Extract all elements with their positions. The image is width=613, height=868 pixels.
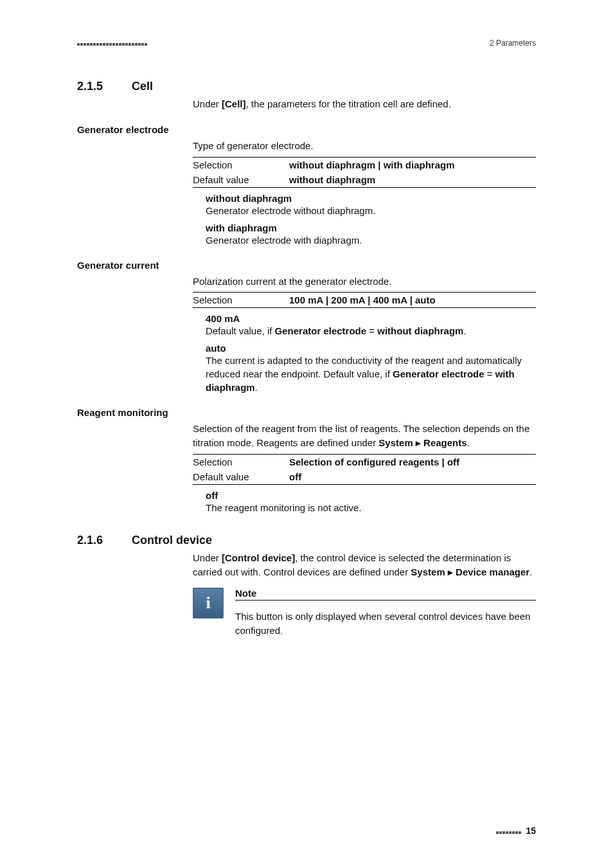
param-lead: Type of generator electrode. [193,139,536,153]
section-intro: Under [Cell], the parameters for the tit… [193,97,536,111]
def-term: 400 mA [206,313,536,324]
row-label: Selection [193,157,289,172]
def-desc: Generator electrode without diaphragm. [206,204,536,217]
def-desc: The current is adapted to the conductivi… [206,354,536,394]
param-heading-generator-current: Generator current [77,260,536,271]
header-dashes [77,39,148,48]
def-term: without diaphragm [206,193,536,204]
table-row: Default value off [193,469,536,485]
param-lead: Selection of the reagent from the list o… [193,422,536,450]
page-footer: 15 [496,826,536,836]
row-value: 100 mA | 200 mA | 400 mA | auto [289,294,436,305]
definition: without diaphragm Generator electrode wi… [206,193,536,217]
def-term: with diaphragm [206,222,536,233]
def-desc: Default value, if Generator electrode = … [206,324,536,338]
section-heading: 2.1.5 Cell [77,80,536,93]
row-label: Default value [193,469,289,485]
row-value: off [289,471,301,482]
def-desc: The reagent monitoring is not active. [206,501,536,514]
param-table: Selection without diaphragm | with diaph… [193,157,536,188]
row-label: Selection [193,454,289,469]
table-row: Selection 100 mA | 200 mA | 400 mA | aut… [193,293,536,308]
note-title: Note [235,588,536,601]
table-row: Selection without diaphragm | with diaph… [193,157,536,172]
definition: auto The current is adapted to the condu… [206,343,536,394]
param-table: Selection 100 mA | 200 mA | 400 mA | aut… [193,292,536,308]
table-row: Default value without diaphragm [193,172,536,188]
row-value: Selection of configured reagents | off [289,457,459,467]
page-number: 15 [526,826,536,836]
def-desc: Generator electrode with diaphragm. [206,233,536,247]
note-block: i Note This button is only displayed whe… [193,588,536,642]
section-number: 2.1.6 [77,534,132,547]
def-term: off [206,490,536,501]
info-icon: i [193,588,224,619]
param-table: Selection Selection of configured reagen… [193,454,536,485]
page-header: 2 Parameters [77,39,536,48]
param-lead: Polarization current at the generator el… [193,275,536,289]
info-glyph: i [206,593,210,613]
note-body: This button is only displayed when sever… [235,610,536,638]
section-title: Control device [132,534,212,547]
row-label: Default value [193,172,289,188]
param-heading-reagent-monitoring: Reagent monitoring [77,407,536,418]
def-term: auto [206,343,536,354]
definition: 400 mA Default value, if Generator elect… [206,313,536,338]
row-label: Selection [193,293,289,308]
header-section-label: 2 Parameters [490,39,536,48]
section-heading: 2.1.6 Control device [77,534,536,547]
section-intro: Under [Control device], the control devi… [193,551,536,579]
section-number: 2.1.5 [77,80,132,93]
intro-bold: [Cell] [222,98,246,109]
definition: with diaphragm Generator electrode with … [206,222,536,247]
table-row: Selection Selection of configured reagen… [193,454,536,469]
definition: off The reagent monitoring is not active… [206,490,536,514]
param-heading-generator-electrode: Generator electrode [77,124,536,135]
row-value: without diaphragm | with diaphragm [289,159,455,170]
section-title: Cell [132,80,153,93]
row-value: without diaphragm [289,174,375,185]
footer-dashes [496,826,522,836]
